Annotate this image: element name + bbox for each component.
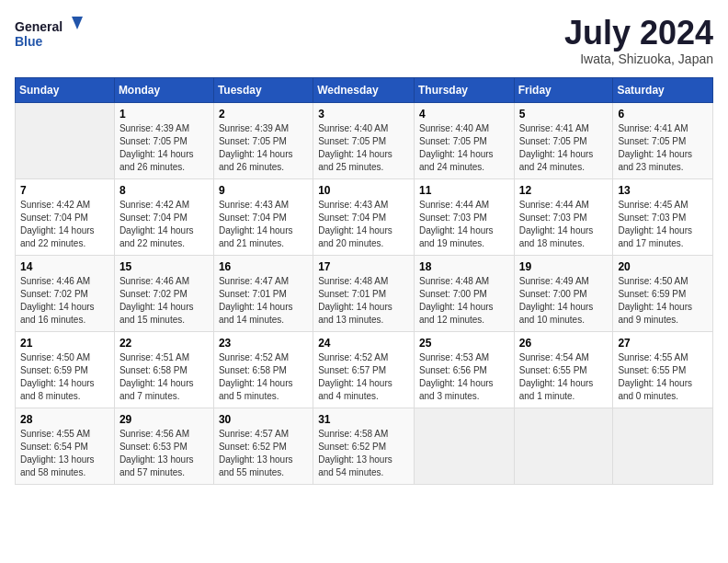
sunset-text: Sunset: 7:04 PM [20, 213, 88, 223]
day-number: 16 [219, 260, 308, 273]
sunrise-text: Sunrise: 4:55 AM [20, 429, 90, 439]
sunrise-text: Sunrise: 4:54 AM [519, 352, 589, 362]
sunset-text: Sunset: 6:52 PM [318, 442, 386, 452]
calendar-cell: 31 Sunrise: 4:58 AM Sunset: 6:52 PM Dayl… [313, 408, 415, 484]
day-number: 2 [219, 108, 308, 121]
calendar-cell [414, 408, 514, 484]
sunrise-text: Sunrise: 4:40 AM [419, 123, 489, 133]
day-info: Sunrise: 4:48 AM Sunset: 7:01 PM Dayligh… [318, 275, 409, 327]
header-day-sunday: Sunday [16, 77, 115, 102]
day-number: 4 [419, 108, 509, 121]
sunset-text: Sunset: 6:58 PM [219, 365, 287, 375]
calendar-cell: 26 Sunrise: 4:54 AM Sunset: 6:55 PM Dayl… [514, 331, 613, 408]
day-number: 25 [419, 337, 509, 350]
sunset-text: Sunset: 6:56 PM [419, 365, 487, 375]
calendar-cell: 8 Sunrise: 4:42 AM Sunset: 7:04 PM Dayli… [114, 178, 213, 255]
calendar-cell: 3 Sunrise: 4:40 AM Sunset: 7:05 PM Dayli… [313, 102, 415, 178]
sunrise-text: Sunrise: 4:56 AM [119, 429, 189, 439]
day-number: 21 [20, 337, 109, 350]
svg-marker-2 [72, 17, 83, 29]
day-info: Sunrise: 4:42 AM Sunset: 7:04 PM Dayligh… [20, 199, 109, 250]
sunset-text: Sunset: 7:03 PM [419, 213, 487, 223]
daylight-text: Daylight: 14 hours and 26 minutes. [119, 149, 194, 172]
calendar-cell: 24 Sunrise: 4:52 AM Sunset: 6:57 PM Dayl… [313, 331, 415, 408]
sunset-text: Sunset: 7:05 PM [419, 136, 487, 146]
calendar-cell: 25 Sunrise: 4:53 AM Sunset: 6:56 PM Dayl… [414, 331, 514, 408]
sunset-text: Sunset: 7:00 PM [519, 289, 587, 299]
header-row: SundayMondayTuesdayWednesdayThursdayFrid… [16, 77, 713, 102]
sunrise-text: Sunrise: 4:46 AM [20, 276, 90, 286]
day-info: Sunrise: 4:50 AM Sunset: 6:59 PM Dayligh… [618, 275, 708, 327]
day-number: 15 [119, 260, 209, 273]
month-title: July 2024 [564, 15, 713, 52]
daylight-text: Daylight: 14 hours and 19 minutes. [419, 225, 494, 248]
day-number: 26 [519, 337, 609, 350]
calendar-cell: 7 Sunrise: 4:42 AM Sunset: 7:04 PM Dayli… [16, 178, 115, 255]
day-number: 17 [318, 260, 409, 273]
day-info: Sunrise: 4:41 AM Sunset: 7:05 PM Dayligh… [519, 122, 609, 174]
calendar-cell: 28 Sunrise: 4:55 AM Sunset: 6:54 PM Dayl… [16, 408, 115, 484]
sunrise-text: Sunrise: 4:41 AM [519, 123, 589, 133]
sunrise-text: Sunrise: 4:45 AM [618, 200, 688, 210]
day-number: 14 [20, 260, 109, 273]
sunrise-text: Sunrise: 4:52 AM [318, 352, 388, 362]
day-info: Sunrise: 4:39 AM Sunset: 7:05 PM Dayligh… [219, 122, 308, 174]
day-info: Sunrise: 4:55 AM Sunset: 6:55 PM Dayligh… [618, 351, 708, 403]
calendar-cell: 20 Sunrise: 4:50 AM Sunset: 6:59 PM Dayl… [613, 255, 713, 331]
week-row-1: 1 Sunrise: 4:39 AM Sunset: 7:05 PM Dayli… [16, 102, 713, 178]
daylight-text: Daylight: 14 hours and 8 minutes. [20, 378, 95, 401]
sunset-text: Sunset: 6:59 PM [618, 289, 686, 299]
sunrise-text: Sunrise: 4:41 AM [618, 123, 688, 133]
day-number: 7 [20, 184, 109, 197]
day-info: Sunrise: 4:56 AM Sunset: 6:53 PM Dayligh… [119, 428, 209, 479]
header-day-monday: Monday [114, 77, 213, 102]
day-number: 27 [618, 337, 708, 350]
daylight-text: Daylight: 14 hours and 16 minutes. [20, 302, 95, 325]
daylight-text: Daylight: 14 hours and 26 minutes. [219, 149, 293, 172]
day-info: Sunrise: 4:42 AM Sunset: 7:04 PM Dayligh… [119, 199, 209, 250]
sunset-text: Sunset: 6:58 PM [119, 365, 188, 375]
sunset-text: Sunset: 7:01 PM [219, 289, 287, 299]
calendar-cell: 15 Sunrise: 4:46 AM Sunset: 7:02 PM Dayl… [114, 255, 213, 331]
daylight-text: Daylight: 14 hours and 23 minutes. [618, 149, 692, 172]
week-row-2: 7 Sunrise: 4:42 AM Sunset: 7:04 PM Dayli… [16, 178, 713, 255]
sunset-text: Sunset: 7:04 PM [318, 213, 386, 223]
daylight-text: Daylight: 14 hours and 25 minutes. [318, 149, 392, 172]
day-number: 23 [219, 337, 308, 350]
day-info: Sunrise: 4:43 AM Sunset: 7:04 PM Dayligh… [219, 199, 308, 250]
logo: General Blue [15, 15, 88, 56]
day-info: Sunrise: 4:53 AM Sunset: 6:56 PM Dayligh… [419, 351, 509, 403]
day-number: 6 [618, 108, 708, 121]
daylight-text: Daylight: 14 hours and 9 minutes. [618, 302, 692, 325]
sunset-text: Sunset: 6:57 PM [318, 365, 386, 375]
header-day-tuesday: Tuesday [213, 77, 313, 102]
day-number: 31 [318, 413, 409, 426]
sunset-text: Sunset: 7:03 PM [618, 213, 686, 223]
day-info: Sunrise: 4:47 AM Sunset: 7:01 PM Dayligh… [219, 275, 308, 327]
day-number: 13 [618, 184, 708, 197]
day-info: Sunrise: 4:46 AM Sunset: 7:02 PM Dayligh… [119, 275, 209, 327]
day-number: 18 [419, 260, 509, 273]
week-row-3: 14 Sunrise: 4:46 AM Sunset: 7:02 PM Dayl… [16, 255, 713, 331]
day-number: 10 [318, 184, 409, 197]
sunrise-text: Sunrise: 4:50 AM [618, 276, 688, 286]
daylight-text: Daylight: 14 hours and 17 minutes. [618, 225, 692, 248]
svg-text:General: General [15, 19, 63, 34]
sunset-text: Sunset: 7:05 PM [119, 136, 188, 146]
sunrise-text: Sunrise: 4:51 AM [119, 352, 189, 362]
sunrise-text: Sunrise: 4:44 AM [419, 200, 489, 210]
svg-text:Blue: Blue [15, 34, 43, 49]
calendar-cell: 19 Sunrise: 4:49 AM Sunset: 7:00 PM Dayl… [514, 255, 613, 331]
day-number: 9 [219, 184, 308, 197]
daylight-text: Daylight: 14 hours and 12 minutes. [419, 302, 494, 325]
sunset-text: Sunset: 7:03 PM [519, 213, 587, 223]
sunrise-text: Sunrise: 4:40 AM [318, 123, 388, 133]
sunrise-text: Sunrise: 4:46 AM [119, 276, 189, 286]
calendar-cell: 5 Sunrise: 4:41 AM Sunset: 7:05 PM Dayli… [514, 102, 613, 178]
daylight-text: Daylight: 14 hours and 3 minutes. [419, 378, 494, 401]
sunset-text: Sunset: 7:02 PM [119, 289, 188, 299]
header-day-thursday: Thursday [414, 77, 514, 102]
day-info: Sunrise: 4:41 AM Sunset: 7:05 PM Dayligh… [618, 122, 708, 174]
day-info: Sunrise: 4:39 AM Sunset: 7:05 PM Dayligh… [119, 122, 209, 174]
day-info: Sunrise: 4:40 AM Sunset: 7:05 PM Dayligh… [318, 122, 409, 174]
